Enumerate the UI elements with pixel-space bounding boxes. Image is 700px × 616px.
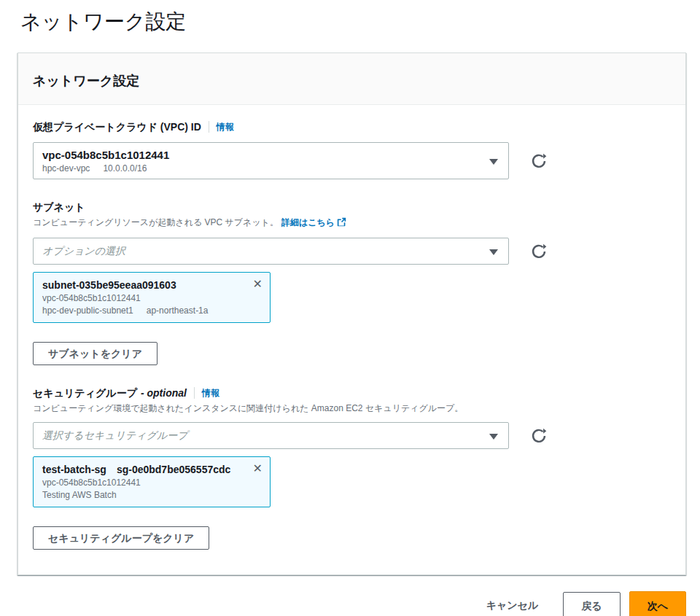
subnet-token: subnet-035be95eeaa091603 ✕ vpc-054b8c5b1… (33, 272, 271, 323)
vpc-selected-name: hpc-dev-vpc (42, 163, 90, 174)
subnet-learn-more-link[interactable]: 詳細はこちら (281, 217, 335, 227)
network-settings-panel: ネットワーク設定 仮想プライベートクラウド (VPC) ID 情報 vpc-05… (18, 52, 686, 575)
refresh-icon (531, 435, 547, 446)
vpc-field: 仮想プライベートクラウド (VPC) ID 情報 vpc-054b8c5b1c1… (33, 120, 671, 179)
subnet-description: コンピューティングリソースが起動される VPC サブネット。 (33, 217, 279, 227)
security-group-label: セキュリティグループ (33, 386, 137, 400)
security-group-token-vpc: vpc-054b8c5b1c1012441 (42, 477, 262, 489)
security-group-token-desc: Testing AWS Batch (42, 489, 262, 502)
chevron-down-icon (489, 434, 498, 440)
label-divider (194, 387, 195, 399)
vpc-label: 仮想プライベートクラウド (VPC) ID (33, 120, 201, 134)
next-button[interactable]: 次へ (629, 591, 686, 616)
security-group-token-name: test-batch-sg (42, 462, 106, 477)
subnet-token-az: ap-northeast-1a (147, 305, 209, 317)
vpc-select[interactable]: vpc-054b8c5b1c1012441 hpc-dev-vpc 10.0.0… (33, 142, 509, 179)
subnet-token-close-icon[interactable]: ✕ (247, 278, 262, 291)
security-group-optional-label: - optional (141, 386, 187, 400)
vpc-selected-value: vpc-054b8c5b1c1012441 (42, 148, 482, 163)
external-link-icon (337, 217, 346, 230)
refresh-icon (531, 251, 547, 262)
clear-subnet-button[interactable]: サブネットをクリア (33, 342, 158, 365)
panel-header: ネットワーク設定 (18, 53, 685, 105)
refresh-icon (531, 160, 547, 171)
chevron-down-icon (489, 249, 498, 255)
panel-body: 仮想プライベートクラウド (VPC) ID 情報 vpc-054b8c5b1c1… (18, 105, 685, 574)
security-group-info-link[interactable]: 情報 (202, 386, 219, 400)
vpc-info-link[interactable]: 情報 (217, 120, 234, 134)
security-group-token-close-icon[interactable]: ✕ (247, 462, 262, 475)
subnet-token-title: subnet-035be95eeaa091603 (42, 278, 176, 292)
back-button[interactable]: 戻る (563, 592, 620, 616)
page-title: ネットワーク設定 (20, 6, 700, 38)
subnet-token-vpc: vpc-054b8c5b1c1012441 (42, 292, 262, 305)
cancel-button[interactable]: キャンセル (486, 599, 539, 612)
label-divider (209, 121, 209, 133)
security-group-select[interactable]: 選択するセキュリティグループ (33, 422, 509, 449)
subnet-refresh-button[interactable] (529, 242, 548, 261)
subnet-select[interactable]: オプションの選択 (33, 238, 509, 265)
panel-header-title: ネットワーク設定 (33, 72, 671, 90)
security-group-description: コンピューティング環境で起動されたインスタンスに関連付けられた Amazon E… (33, 403, 463, 413)
security-group-refresh-button[interactable] (529, 426, 548, 445)
vpc-selected-cidr: 10.0.0.0/16 (103, 163, 147, 174)
subnet-token-name: hpc-dev-public-subnet1 (42, 305, 133, 317)
clear-security-group-button[interactable]: セキュリティグループをクリア (33, 526, 209, 550)
subnet-label: サブネット (33, 200, 85, 214)
subnet-field: サブネット コンピューティングリソースが起動される VPC サブネット。詳細はこ… (33, 200, 671, 365)
security-group-token: test-batch-sg sg-0e0bd7be056557cdc ✕ vpc… (33, 456, 271, 507)
security-group-placeholder: 選択するセキュリティグループ (42, 429, 188, 441)
vpc-refresh-button[interactable] (529, 152, 548, 171)
subnet-placeholder: オプションの選択 (42, 245, 125, 257)
security-group-token-id: sg-0e0bd7be056557cdc (117, 462, 230, 477)
chevron-down-icon (489, 159, 498, 165)
wizard-footer: キャンセル 戻る 次へ (18, 591, 686, 616)
security-group-field: セキュリティグループ - optional 情報 コンピューティング環境で起動さ… (33, 386, 671, 550)
